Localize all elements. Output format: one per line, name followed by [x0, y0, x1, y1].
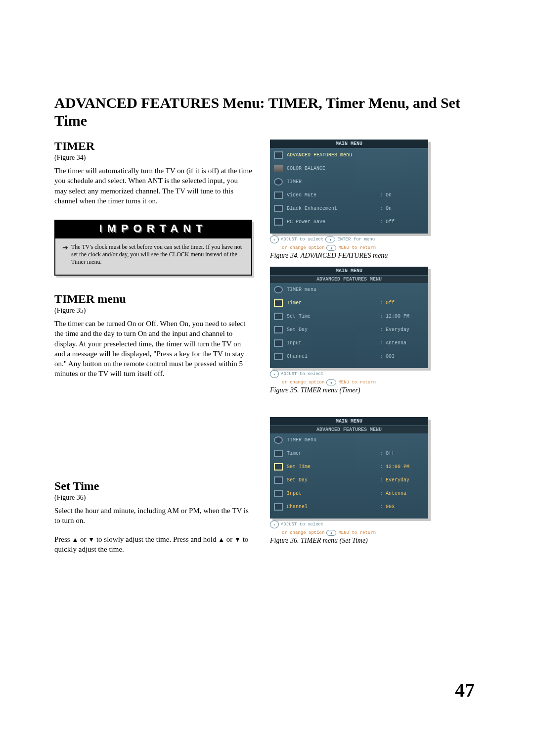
- timermenu-body: The timer can be turned On or Off. When …: [54, 319, 252, 379]
- osd34-label-4: Black Enhancement: [287, 206, 376, 211]
- osd36-value-4: : Antenna: [380, 491, 424, 496]
- osd35-row-5: Channel: 003: [270, 350, 428, 363]
- osd34-caption: Figure 34. ADVANCED FEATURES menu: [270, 252, 480, 260]
- osd36-value-5: : 003: [380, 504, 424, 510]
- bars-icon: [274, 165, 283, 172]
- osd35-hint1: ADJUST to select: [281, 372, 323, 377]
- osd34-row-5: PC Power Save: Off: [270, 215, 428, 229]
- osd35-label-1: Timer: [287, 300, 376, 306]
- square-icon: [274, 299, 283, 307]
- osd36-label-0: TIMER menu: [287, 437, 376, 443]
- osd36-hint2: or change option ● MENU to return: [282, 530, 440, 536]
- arrow-bullet-icon: ➔: [62, 244, 68, 251]
- square-icon: [274, 490, 283, 497]
- osd34-hint1a: ADJUST to select: [281, 237, 323, 242]
- osd34-label-3: Video Mute: [287, 192, 376, 198]
- osd35-row-2: Set Time: 12:00 PM: [270, 310, 428, 323]
- osd34-label-5: PC Power Save: [287, 219, 376, 225]
- osd35-value-2: : 12:00 PM: [380, 314, 424, 319]
- square-icon: [274, 218, 283, 226]
- osd34-hint2a: or change option: [282, 245, 324, 250]
- osd36-hint1: ADJUST to select: [281, 522, 323, 527]
- osd35-label-4: Input: [287, 340, 376, 346]
- osd34-label-2: TIMER: [287, 179, 376, 185]
- osd36-panel: MAIN MENU ADVANCED FEATURES MENU TIMER m…: [270, 417, 428, 519]
- dpad-icon: ✦: [270, 236, 279, 243]
- osd35-block: MAIN MENU ADVANCED FEATURES MENU TIMER m…: [267, 267, 480, 394]
- osd35-label-5: Channel: [287, 354, 376, 359]
- osd35-hint2: or change option ● MENU to return: [282, 379, 440, 385]
- clock-icon: [274, 286, 283, 293]
- osd35-row-3: Set Day: Everyday: [270, 323, 428, 336]
- settime-body2a: Press: [54, 535, 72, 543]
- osd35-hint1: ✦ ADJUST to select: [270, 370, 428, 378]
- osd36-label-2: Set Time: [287, 464, 376, 470]
- osd35-value-1: : Off: [380, 300, 424, 306]
- down-triangle-icon: ▼: [88, 536, 94, 543]
- settime-body2b: or: [78, 535, 88, 543]
- important-box: IMPORTANT ➔ The TV's clock must be set b…: [54, 220, 252, 276]
- down-triangle-icon-2: ▼: [234, 536, 241, 543]
- osd36-hint2a: or change option: [282, 530, 324, 535]
- osd34-value-4: : On: [380, 206, 424, 211]
- osd36-value-3: : Everyday: [380, 477, 424, 483]
- up-triangle-icon-2: ▲: [218, 536, 224, 543]
- osd34-hint2b: MENU to return: [338, 245, 376, 250]
- important-header: IMPORTANT: [55, 221, 251, 238]
- osd36-subtitle: ADVANCED FEATURES MENU: [270, 426, 428, 433]
- osd35-value-5: : 003: [380, 354, 424, 359]
- up-triangle-icon: ▲: [72, 536, 78, 543]
- left-column: TIMER (Figure 34) The timer will automat…: [54, 140, 252, 564]
- osd35-caption: Figure 35. TIMER menu (Timer): [270, 386, 480, 394]
- osd36-block: MAIN MENU ADVANCED FEATURES MENU TIMER m…: [267, 417, 480, 545]
- osd34-label-0: ADVANCED FEATURES menu: [287, 152, 376, 158]
- osd35-subtitle: ADVANCED FEATURES MENU: [270, 276, 428, 283]
- dpad-icon: ✦: [270, 370, 279, 378]
- osd34-row-2: TIMER: [270, 175, 428, 189]
- square-icon: [274, 463, 283, 471]
- page-number: 47: [455, 678, 475, 702]
- osd36-caption: Figure 36. TIMER menu (Set Time): [270, 537, 480, 545]
- square-icon: [274, 313, 283, 320]
- timermenu-heading: TIMER menu: [54, 292, 252, 306]
- osd35-row-4: Input: Antenna: [270, 336, 428, 350]
- timer-figref: (Figure 34): [54, 154, 252, 162]
- osd36-row-1: Timer: Off: [270, 447, 428, 460]
- osd36-row-3: Set Day: Everyday: [270, 473, 428, 487]
- clock-icon: [274, 436, 283, 444]
- osd34-hint: ✦ ADJUST to select ● ENTER for menu: [270, 236, 428, 243]
- osd36-label-5: Channel: [287, 504, 376, 510]
- osd35-row-1: Timer: Off: [270, 296, 428, 310]
- swap-icon: [274, 151, 283, 159]
- osd36-label-4: Input: [287, 491, 376, 496]
- osd36-row-0: TIMER menu: [270, 433, 428, 447]
- square-icon: [274, 503, 283, 511]
- osd34-row-0: ADVANCED FEATURES menu: [270, 148, 428, 162]
- osd34-row-1: COLOR BALANCE: [270, 162, 428, 175]
- square-icon: [274, 326, 283, 333]
- square-icon: [274, 353, 283, 360]
- right-column: MAIN MENU ADVANCED FEATURES menu COLOR B…: [267, 140, 480, 564]
- osd36-label-1: Timer: [287, 451, 376, 456]
- osd36-row-5: Channel: 003: [270, 500, 428, 514]
- osd35-label-3: Set Day: [287, 327, 376, 332]
- osd35-row-0: TIMER menu: [270, 283, 428, 296]
- page-title: ADVANCED FEATURES Menu: TIMER, Timer Men…: [54, 94, 480, 130]
- osd34-label-1: COLOR BALANCE: [287, 166, 376, 171]
- osd35-title: MAIN MENU: [270, 267, 428, 276]
- osd34-title: MAIN MENU: [270, 140, 428, 148]
- osd35-label-2: Set Time: [287, 314, 376, 319]
- settime-body1: Select the hour and minute, including AM…: [54, 506, 252, 526]
- columns: TIMER (Figure 34) The timer will automat…: [54, 140, 480, 564]
- osd35-value-4: : Antenna: [380, 340, 424, 346]
- square-icon: [274, 450, 283, 457]
- osd34-value-5: : Off: [380, 219, 424, 225]
- osd35-hint2b: MENU to return: [338, 380, 376, 385]
- square-icon: [274, 191, 283, 199]
- osd34-hint2: or change option ● MENU to return: [282, 245, 440, 251]
- important-text: The TV's clock must be set before you ca…: [71, 243, 244, 266]
- osd34-hint1b: ENTER for menu: [337, 237, 375, 242]
- osd36-title: MAIN MENU: [270, 417, 428, 426]
- menu-icon: ●: [326, 245, 336, 251]
- settime-body2c: to slowly adjust the time. Press and hol…: [94, 535, 218, 543]
